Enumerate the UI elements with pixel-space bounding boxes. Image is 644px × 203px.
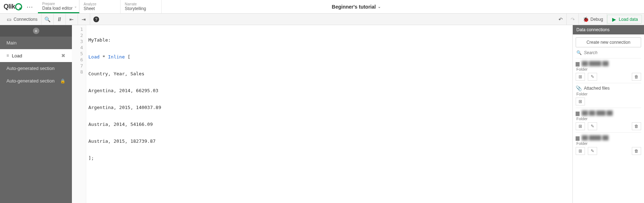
section-autogen-2[interactable]: Auto-generated section 🔒 (0, 75, 72, 87)
code-content[interactable]: MyTable: Load * Inline [ Country, Year, … (86, 25, 572, 203)
outdent-icon: ⇥ (80, 16, 87, 22)
load-data-button[interactable]: ▶ Load data (607, 15, 642, 24)
section-label: Auto-generated section (6, 66, 54, 71)
connection-name: Attached files (584, 86, 610, 91)
create-connection-button[interactable]: Create new connection (576, 37, 641, 47)
connection-name: ██ ████ ██ (582, 61, 609, 66)
debug-button[interactable]: 🐞 Debug (579, 14, 607, 25)
debug-label: Debug (590, 17, 603, 22)
section-main[interactable]: Main (0, 37, 72, 49)
chevron-down-icon: ⌄ (378, 5, 381, 9)
connection-search[interactable]: 🔍 (576, 47, 641, 58)
qlik-q-icon (15, 3, 22, 10)
qlik-logo: Qlik (4, 3, 22, 10)
tab-main-label: Sheet (84, 6, 114, 11)
tab-small-label: Analyze (84, 2, 114, 6)
edit-connection-button[interactable]: ✎ (588, 147, 597, 155)
help-icon: ? (93, 16, 99, 22)
undo-icon: ↶ (557, 16, 564, 22)
close-icon[interactable]: ✖ (61, 53, 65, 58)
code-editor[interactable]: 1 2 3 4 5 6 7 8 MyTable: Load * Inline [… (72, 25, 572, 203)
folder-icon: ▆ (576, 110, 580, 116)
connection-type: Folder (576, 92, 641, 96)
delete-connection-button[interactable]: 🗑 (632, 73, 641, 81)
connections-label: Connections (14, 17, 38, 22)
connection-name: ██ ████ ██ (582, 135, 609, 140)
select-data-button[interactable]: ⊞ (576, 147, 585, 155)
connection-type: Folder (576, 141, 641, 146)
drag-handle-icon[interactable]: ≡ (6, 53, 9, 58)
select-data-button[interactable]: ⊞ (576, 122, 585, 130)
tab-small-label: Prepare (42, 2, 73, 6)
nav-tabs: Prepare Data load editor ⌄ Analyze Sheet… (38, 0, 162, 13)
tab-main-label: Data load editor (42, 6, 73, 11)
app-title[interactable]: Beginner's tutorial ⌄ (162, 0, 551, 13)
plus-icon: + (33, 28, 39, 34)
header-right-spacer (551, 0, 644, 13)
connection-search-input[interactable] (584, 50, 640, 55)
chevron-down-icon[interactable]: ⌄ (74, 4, 77, 8)
qlik-logo-text: Qlik (4, 3, 15, 10)
connection-item: ▆ ██ ████ ██ Folder ⊞ ✎ 🗑 (576, 58, 641, 83)
folder-icon: ▆ (576, 135, 580, 141)
play-icon: ▶ (611, 16, 618, 22)
connection-item: ▆ ██ ████ ██ Folder ⊞ ✎ 🗑 (576, 132, 641, 157)
section-label: Auto-generated section (6, 78, 54, 84)
top-header: Qlik ⋯ Prepare Data load editor ⌄ Analyz… (0, 0, 644, 14)
delete-connection-button[interactable]: 🗑 (632, 147, 641, 155)
main-content: + Main ≡ Load ✖ Auto-generated section A… (0, 25, 644, 203)
more-menu-icon[interactable]: ⋯ (25, 3, 34, 11)
data-connections-title: Data connections (573, 25, 644, 34)
edit-connection-button[interactable]: ✎ (588, 122, 597, 130)
connection-name: ██ ██ ███ ██ (582, 110, 613, 115)
section-label: Main (6, 40, 16, 46)
data-connections-panel: Data connections Create new connection 🔍… (572, 25, 644, 203)
connection-type: Folder (576, 117, 641, 121)
indent-icon: ⇤ (68, 16, 75, 22)
connection-type: Folder (576, 67, 641, 71)
section-autogen-1[interactable]: Auto-generated section (0, 62, 72, 75)
edit-connection-button[interactable]: ✎ (588, 73, 597, 81)
redo-button[interactable]: ↷ (567, 14, 579, 25)
search-button[interactable]: 🔍 (42, 14, 54, 25)
add-section-button[interactable]: + (0, 25, 72, 37)
app-title-text: Beginner's tutorial (332, 4, 376, 10)
lock-icon: 🔒 (60, 79, 65, 84)
tab-small-label: Narrate (125, 2, 155, 6)
logo-area: Qlik ⋯ (0, 0, 38, 13)
editor-toolbar: ▭ Connections 🔍 // ⇤ ⇥ ? ↶ ↷ 🐞 Debug (0, 14, 644, 25)
folder-icon: ▆ (576, 61, 580, 66)
section-label: Load (12, 53, 22, 58)
select-data-button[interactable]: ⊞ (576, 98, 585, 105)
load-label: Load data (619, 17, 638, 22)
script-sections-panel: + Main ≡ Load ✖ Auto-generated section A… (0, 25, 72, 203)
comment-icon: // (56, 16, 63, 22)
search-icon: 🔍 (576, 50, 582, 55)
line-gutter: 1 2 3 4 5 6 7 8 (72, 25, 86, 203)
connections-panel-toggle[interactable]: ▭ Connections (2, 14, 42, 25)
panel-icon: ▭ (6, 16, 12, 22)
bug-icon: 🐞 (582, 16, 589, 22)
redo-icon: ↷ (570, 16, 576, 22)
tab-main-label: Storytelling (125, 6, 155, 11)
section-load[interactable]: ≡ Load ✖ (0, 49, 72, 62)
tab-prepare[interactable]: Prepare Data load editor ⌄ (38, 0, 79, 13)
select-data-button[interactable]: ⊞ (576, 73, 585, 81)
connection-item: ▆ ██ ██ ███ ██ Folder ⊞ ✎ 🗑 (576, 108, 641, 132)
comment-toggle-button[interactable]: // (54, 14, 66, 25)
search-icon: 🔍 (44, 16, 50, 22)
help-button[interactable]: ? (90, 14, 102, 25)
tab-analyze[interactable]: Analyze Sheet (79, 0, 121, 13)
outdent-button[interactable]: ⇥ (78, 14, 90, 25)
undo-button[interactable]: ↶ (555, 14, 567, 25)
connection-item: 📎 Attached files Folder ⊞ (576, 83, 641, 108)
indent-button[interactable]: ⇤ (66, 14, 78, 25)
tab-narrate[interactable]: Narrate Storytelling (121, 0, 162, 13)
attachment-icon: 📎 (576, 85, 582, 91)
delete-connection-button[interactable]: 🗑 (632, 122, 641, 130)
